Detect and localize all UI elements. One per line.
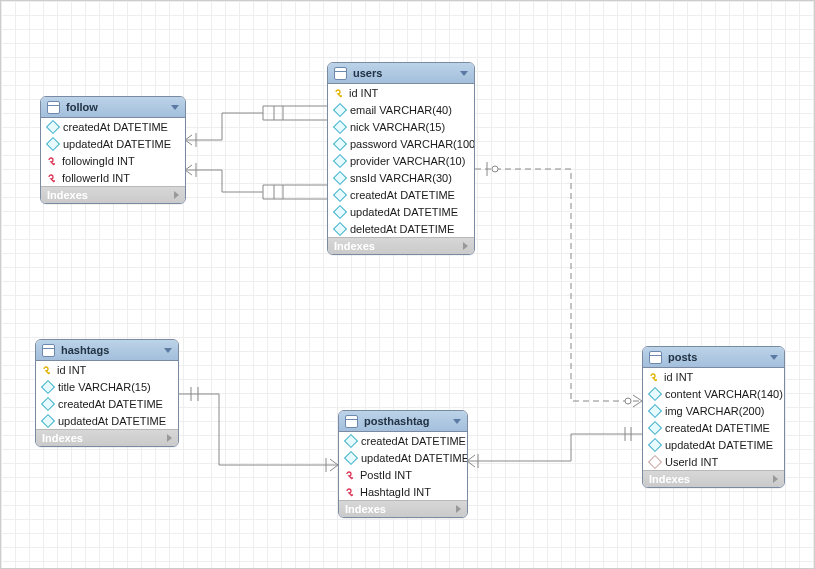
chevron-right-icon[interactable]: [174, 191, 179, 199]
indexes-footer[interactable]: Indexes: [328, 237, 474, 254]
column-row[interactable]: updatedAt DATETIME: [328, 203, 474, 220]
chevron-right-icon[interactable]: [167, 434, 172, 442]
column-row[interactable]: updatedAt DATETIME: [643, 436, 784, 453]
chevron-down-icon[interactable]: [770, 355, 778, 360]
diamond-hollow-icon: [648, 454, 662, 468]
column-row[interactable]: createdAt DATETIME: [36, 395, 178, 412]
column-row[interactable]: createdAt DATETIME: [328, 186, 474, 203]
column-label: id INT: [664, 371, 693, 383]
chevron-down-icon[interactable]: [164, 348, 172, 353]
column-row[interactable]: updatedAt DATETIME: [36, 412, 178, 429]
column-row[interactable]: password VARCHAR(100): [328, 135, 474, 152]
primary-key-icon: [334, 88, 344, 98]
column-row[interactable]: createdAt DATETIME: [643, 419, 784, 436]
column-label: followingId INT: [62, 155, 135, 167]
entity-header[interactable]: users: [328, 63, 474, 84]
entity-body: id INT content VARCHAR(140) img VARCHAR(…: [643, 368, 784, 470]
entity-posthashtag[interactable]: posthashtag createdAt DATETIME updatedAt…: [338, 410, 468, 518]
column-label: password VARCHAR(100): [350, 138, 475, 150]
column-label: provider VARCHAR(10): [350, 155, 465, 167]
column-label: nick VARCHAR(15): [350, 121, 445, 133]
column-row[interactable]: snsId VARCHAR(30): [328, 169, 474, 186]
diamond-icon: [648, 403, 662, 417]
table-icon: [345, 415, 358, 428]
entity-follow[interactable]: follow createdAt DATETIME updatedAt DATE…: [40, 96, 186, 204]
column-row[interactable]: id INT: [36, 361, 178, 378]
entity-title: posts: [668, 351, 697, 363]
column-row[interactable]: followingId INT: [41, 152, 185, 169]
column-label: createdAt DATETIME: [350, 189, 455, 201]
entity-posts[interactable]: posts id INT content VARCHAR(140) img VA…: [642, 346, 785, 488]
chevron-right-icon[interactable]: [773, 475, 778, 483]
table-icon: [42, 344, 55, 357]
indexes-label: Indexes: [47, 189, 88, 201]
column-label: createdAt DATETIME: [58, 398, 163, 410]
column-row[interactable]: provider VARCHAR(10): [328, 152, 474, 169]
diamond-icon: [46, 136, 60, 150]
foreign-key-icon: [345, 487, 355, 497]
diamond-icon: [333, 187, 347, 201]
indexes-label: Indexes: [345, 503, 386, 515]
column-row[interactable]: HashtagId INT: [339, 483, 467, 500]
chevron-right-icon[interactable]: [463, 242, 468, 250]
indexes-footer[interactable]: Indexes: [643, 470, 784, 487]
column-row[interactable]: PostId INT: [339, 466, 467, 483]
column-row[interactable]: img VARCHAR(200): [643, 402, 784, 419]
diamond-icon: [648, 437, 662, 451]
indexes-footer[interactable]: Indexes: [41, 186, 185, 203]
entity-header[interactable]: hashtags: [36, 340, 178, 361]
column-label: UserId INT: [665, 456, 718, 468]
column-row[interactable]: content VARCHAR(140): [643, 385, 784, 402]
column-row[interactable]: updatedAt DATETIME: [41, 135, 185, 152]
chevron-down-icon[interactable]: [460, 71, 468, 76]
column-row[interactable]: id INT: [328, 84, 474, 101]
svg-point-14: [625, 398, 631, 404]
column-row[interactable]: nick VARCHAR(15): [328, 118, 474, 135]
indexes-footer[interactable]: Indexes: [339, 500, 467, 517]
chevron-down-icon[interactable]: [453, 419, 461, 424]
column-row[interactable]: UserId INT: [643, 453, 784, 470]
erd-canvas: { "footer_label": "Indexes", "icon_kinds…: [0, 0, 815, 569]
diamond-icon: [333, 204, 347, 218]
chevron-right-icon[interactable]: [456, 505, 461, 513]
column-label: content VARCHAR(140): [665, 388, 783, 400]
diamond-icon: [333, 221, 347, 235]
diamond-icon: [648, 420, 662, 434]
column-row[interactable]: id INT: [643, 368, 784, 385]
column-label: PostId INT: [360, 469, 412, 481]
foreign-key-icon: [47, 173, 57, 183]
column-row[interactable]: email VARCHAR(40): [328, 101, 474, 118]
chevron-down-icon[interactable]: [171, 105, 179, 110]
column-label: createdAt DATETIME: [665, 422, 770, 434]
column-row[interactable]: title VARCHAR(15): [36, 378, 178, 395]
column-label: updatedAt DATETIME: [58, 415, 166, 427]
diamond-icon: [333, 136, 347, 150]
indexes-footer[interactable]: Indexes: [36, 429, 178, 446]
entity-header[interactable]: follow: [41, 97, 185, 118]
primary-key-icon: [42, 365, 52, 375]
entity-title: hashtags: [61, 344, 109, 356]
diamond-icon: [333, 170, 347, 184]
column-label: id INT: [57, 364, 86, 376]
column-row[interactable]: followerId INT: [41, 169, 185, 186]
table-icon: [649, 351, 662, 364]
column-label: title VARCHAR(15): [58, 381, 151, 393]
entity-body: createdAt DATETIME updatedAt DATETIME fo…: [41, 118, 185, 186]
entity-header[interactable]: posthashtag: [339, 411, 467, 432]
column-row[interactable]: createdAt DATETIME: [41, 118, 185, 135]
column-label: updatedAt DATETIME: [63, 138, 171, 150]
entity-hashtags[interactable]: hashtags id INT title VARCHAR(15) create…: [35, 339, 179, 447]
table-icon: [334, 67, 347, 80]
foreign-key-icon: [47, 156, 57, 166]
entity-title: users: [353, 67, 382, 79]
entity-users[interactable]: users id INT email VARCHAR(40) nick VARC…: [327, 62, 475, 255]
entity-body: createdAt DATETIME updatedAt DATETIME Po…: [339, 432, 467, 500]
column-label: HashtagId INT: [360, 486, 431, 498]
column-row[interactable]: createdAt DATETIME: [339, 432, 467, 449]
column-label: deletedAt DATETIME: [350, 223, 454, 235]
column-row[interactable]: deletedAt DATETIME: [328, 220, 474, 237]
column-label: updatedAt DATETIME: [361, 452, 468, 464]
table-icon: [47, 101, 60, 114]
column-row[interactable]: updatedAt DATETIME: [339, 449, 467, 466]
entity-header[interactable]: posts: [643, 347, 784, 368]
